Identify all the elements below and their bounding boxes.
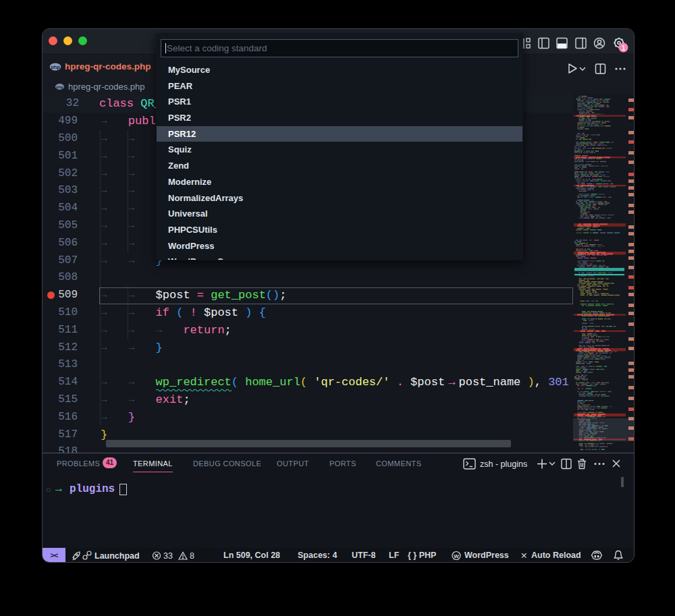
svg-text:zsh - plugins: zsh - plugins: [480, 459, 527, 469]
svg-text:1: 1: [622, 45, 626, 52]
svg-text:php: php: [56, 85, 63, 89]
svg-text:8: 8: [190, 551, 194, 561]
svg-text:W: W: [454, 553, 459, 559]
svg-text:php: php: [51, 64, 60, 70]
svg-text:Launchpad: Launchpad: [94, 551, 140, 561]
svg-text:33: 33: [163, 551, 173, 561]
